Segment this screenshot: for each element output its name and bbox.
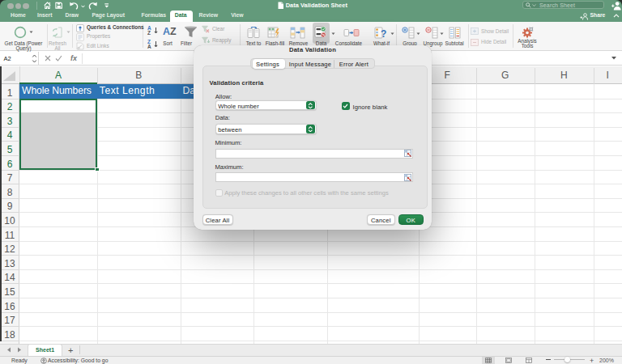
svg-text:?: ? (381, 28, 386, 40)
